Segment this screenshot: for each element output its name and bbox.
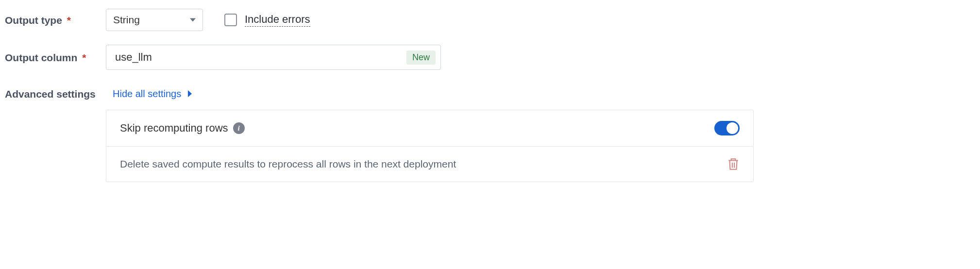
include-errors-label: Include errors — [245, 13, 310, 27]
advanced-settings-panel: Skip recomputing rows i Delete saved com… — [106, 110, 754, 182]
chevron-down-icon — [190, 18, 196, 22]
new-badge: New — [406, 50, 436, 65]
delete-saved-button[interactable] — [727, 157, 740, 171]
toggle-knob — [727, 122, 738, 134]
output-type-value: String — [113, 14, 140, 26]
include-errors-checkbox[interactable] — [224, 14, 237, 26]
info-icon[interactable]: i — [233, 122, 245, 134]
output-column-input[interactable] — [114, 50, 402, 64]
advanced-settings-label: Advanced settings — [5, 87, 106, 100]
output-column-label: Output column * — [5, 51, 106, 64]
hide-all-settings-link[interactable]: Hide all settings — [113, 88, 192, 100]
caret-right-icon — [188, 90, 192, 97]
skip-recompute-toggle[interactable] — [714, 121, 740, 135]
required-star: * — [67, 15, 71, 26]
trash-icon — [727, 157, 740, 171]
delete-saved-row: Delete saved compute results to reproces… — [106, 146, 753, 182]
output-type-label: Output type * — [5, 14, 106, 26]
delete-saved-description: Delete saved compute results to reproces… — [120, 158, 727, 170]
skip-recompute-row: Skip recomputing rows i — [106, 110, 753, 146]
output-column-field-wrap: New — [106, 45, 441, 70]
output-type-select[interactable]: String — [106, 9, 203, 31]
required-star: * — [82, 52, 86, 63]
skip-recompute-label: Skip recomputing rows — [120, 122, 228, 134]
